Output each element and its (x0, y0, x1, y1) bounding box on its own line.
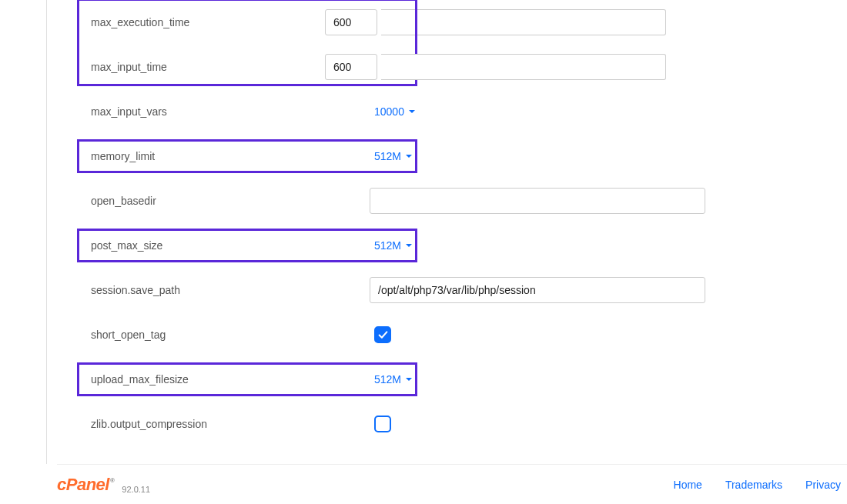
setting-value-cell: 512M (370, 134, 708, 179)
footer-link-trademarks[interactable]: Trademarks (725, 479, 782, 491)
memory-limit-dropdown[interactable]: 512M (370, 150, 412, 162)
setting-label: zlib.output_compression (77, 402, 370, 446)
post-max-size-dropdown[interactable]: 512M (370, 239, 412, 252)
registered-icon: ® (110, 477, 114, 484)
max-execution-time-extra[interactable] (381, 9, 666, 35)
max-input-time-input[interactable] (325, 54, 377, 80)
setting-row-session-save-path: session.save_path (77, 268, 708, 312)
setting-value-cell (370, 312, 708, 357)
caret-down-icon (409, 110, 415, 113)
dropdown-value: 512M (374, 373, 401, 386)
setting-row-upload-max-filesize: upload_max_filesize 512M (77, 357, 708, 402)
setting-value-cell (370, 0, 708, 45)
max-input-time-extra[interactable] (381, 54, 666, 80)
setting-row-zlib-output-compression: zlib.output_compression (77, 402, 708, 446)
setting-value-cell: 512M (370, 357, 708, 402)
setting-row-post-max-size: post_max_size 512M (77, 223, 708, 268)
footer-link-privacy[interactable]: Privacy (805, 479, 841, 491)
short-open-tag-checkbox[interactable] (374, 326, 391, 343)
setting-value-cell: 512M (370, 223, 708, 268)
footer-links: Home Trademarks Privacy (674, 479, 841, 491)
upload-max-filesize-dropdown[interactable]: 512M (370, 373, 412, 386)
php-options-form: max_execution_time max_input_time max_in… (77, 0, 708, 446)
logo-c: c (57, 475, 66, 494)
logo-panel: Panel (66, 475, 109, 494)
dropdown-value: 10000 (374, 105, 404, 118)
page-footer: cPanel® 92.0.11 Home Trademarks Privacy (57, 464, 847, 504)
session-save-path-input[interactable] (370, 277, 705, 303)
caret-down-icon (406, 378, 412, 381)
footer-link-home[interactable]: Home (674, 479, 702, 491)
setting-label: session.save_path (77, 268, 370, 312)
setting-value-cell: 10000 (370, 89, 708, 134)
setting-value-cell (370, 402, 708, 446)
caret-down-icon (406, 155, 412, 158)
setting-value-cell (370, 179, 708, 223)
setting-value-cell (370, 45, 708, 89)
max-execution-time-input[interactable] (325, 9, 377, 35)
open-basedir-input[interactable] (370, 188, 705, 214)
setting-row-max-input-vars: max_input_vars 10000 (77, 89, 708, 134)
zlib-output-compression-checkbox[interactable] (374, 416, 391, 432)
setting-label: max_input_vars (77, 89, 370, 134)
cpanel-logo: cPanel® (57, 475, 114, 495)
caret-down-icon (406, 244, 412, 247)
setting-label: post_max_size (77, 223, 370, 268)
max-input-vars-dropdown[interactable]: 10000 (370, 105, 415, 118)
dropdown-value: 512M (374, 239, 401, 252)
setting-value-cell (370, 268, 708, 312)
setting-label: upload_max_filesize (77, 357, 370, 402)
setting-row-memory-limit: memory_limit 512M (77, 134, 708, 179)
setting-label: memory_limit (77, 134, 370, 179)
setting-row-max-execution-time: max_execution_time (77, 0, 708, 45)
check-icon (378, 330, 388, 340)
setting-label: short_open_tag (77, 312, 370, 357)
setting-row-short-open-tag: short_open_tag (77, 312, 708, 357)
sidebar-border (46, 0, 47, 464)
setting-row-open-basedir: open_basedir (77, 179, 708, 223)
dropdown-value: 512M (374, 150, 401, 162)
setting-label: open_basedir (77, 179, 370, 223)
setting-row-max-input-time: max_input_time (77, 45, 708, 89)
version-text: 92.0.11 (122, 485, 150, 494)
